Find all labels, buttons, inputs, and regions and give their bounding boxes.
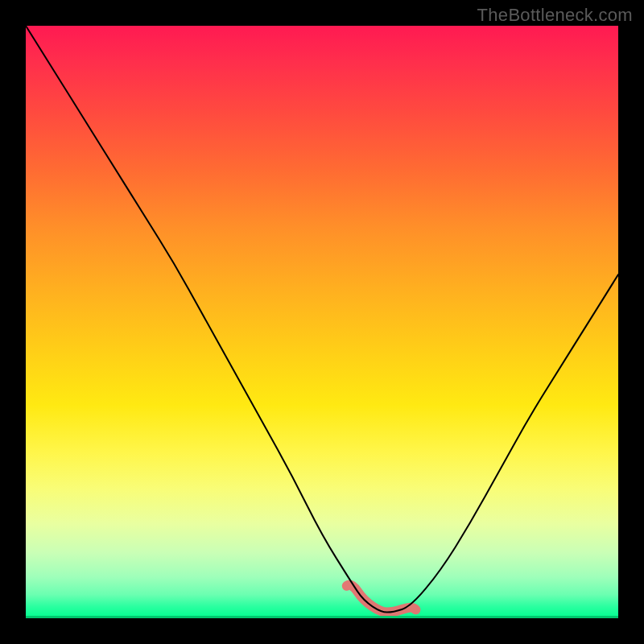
chart-frame: TheBottleneck.com bbox=[0, 0, 644, 644]
bottleneck-curve bbox=[26, 26, 618, 613]
watermark-text: TheBottleneck.com bbox=[477, 5, 633, 26]
plot-area bbox=[26, 26, 618, 618]
curve-svg bbox=[26, 26, 618, 618]
